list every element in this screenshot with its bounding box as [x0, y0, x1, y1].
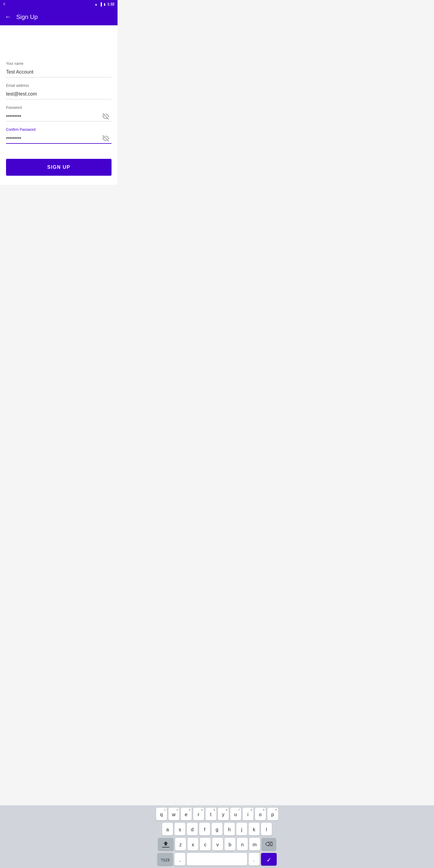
keyboard-bottom-row: ?123 , . ✓ — [1, 853, 118, 866]
status-bar: ⠿ ▲ ▐ ▮ 1:32 — [0, 0, 118, 8]
battery-icon: ▮ — [104, 2, 105, 6]
confirm-password-label: Confirm Password — [6, 127, 112, 132]
email-input[interactable] — [6, 89, 112, 99]
confirm-password-field: Confirm Password — [6, 127, 112, 144]
password-field: Password — [6, 105, 112, 121]
confirm-password-input[interactable] — [6, 133, 112, 144]
signal-icon: ▐ — [99, 2, 102, 6]
name-field: Your name — [6, 61, 112, 78]
app-bar: ← Sign Up — [0, 8, 118, 25]
back-button[interactable]: ← — [5, 13, 11, 21]
network-icon: ⠿ — [3, 2, 5, 6]
keyboard-row-1: 1 q 2 w 3 e 4 r 5 t 6 y 7 u 8 i — [1, 808, 118, 820]
password-input-row — [6, 111, 112, 121]
confirm-password-input-row — [6, 133, 112, 144]
password-input[interactable] — [6, 111, 112, 121]
wifi-icon: ▲ — [94, 2, 98, 6]
status-time: 1:32 — [107, 2, 115, 6]
name-label: Your name — [6, 61, 112, 66]
keyboard: 1 q 2 w 3 e 4 r 5 t 6 y 7 u 8 i — [0, 805, 118, 868]
page-title: Sign Up — [16, 13, 38, 21]
status-bar-left: ⠿ — [3, 2, 5, 6]
email-field: Email address — [6, 84, 112, 99]
keyboard-row-2: a s d f g h j k l — [1, 823, 118, 835]
name-input-row — [6, 67, 112, 78]
confirm-password-visibility-toggle[interactable] — [102, 135, 109, 142]
password-label: Password — [6, 105, 112, 110]
form-container: Your name Email address Password Confirm… — [0, 25, 118, 185]
password-visibility-toggle[interactable] — [102, 113, 109, 120]
keyboard-row-3: z x c v b n m ⌫ — [1, 838, 118, 850]
email-label: Email address — [6, 84, 112, 88]
status-bar-right: ▲ ▐ ▮ 1:32 — [94, 2, 115, 6]
email-input-row — [6, 89, 112, 99]
name-input[interactable] — [6, 67, 112, 78]
sign-up-button[interactable]: SIGN UP — [6, 159, 112, 176]
